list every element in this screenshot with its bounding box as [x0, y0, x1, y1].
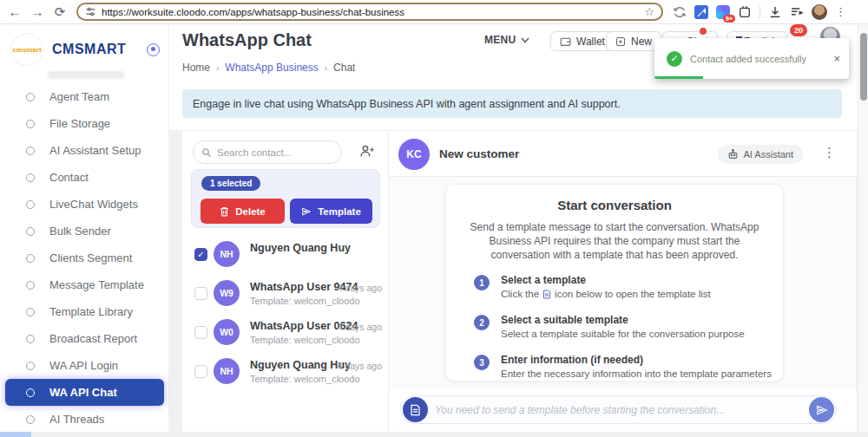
sidebar-item-contact[interactable]: Contact: [0, 164, 169, 191]
breadcrumb-whatsapp-business[interactable]: WhatsApp Business: [225, 62, 318, 74]
sidebar-item-broadcast-report[interactable]: Broadcast Report: [0, 325, 169, 352]
breadcrumb-separator: ›: [216, 63, 219, 73]
message-input-bar: [389, 389, 857, 432]
extension-icon[interactable]: [694, 5, 708, 19]
sidebar-collapse-icon[interactable]: [147, 43, 160, 56]
start-title: Start conversation: [446, 198, 783, 212]
radio-icon: [26, 254, 35, 263]
reading-list-icon[interactable]: [790, 5, 804, 19]
forward-icon[interactable]: →: [26, 3, 49, 22]
contact-row[interactable]: NH Nguyen Quang Huy 4 days ago Template:…: [182, 352, 388, 391]
reload-icon[interactable]: ⟳: [49, 3, 71, 22]
sidebar-item-agent-team[interactable]: Agent Team: [0, 83, 169, 110]
browser-profile-avatar[interactable]: [812, 4, 827, 20]
browser-menu-icon[interactable]: ⋮: [835, 5, 846, 18]
send-plane-icon: [301, 206, 312, 217]
page-horizontal-scrollbar[interactable]: [0, 432, 868, 437]
template-button[interactable]: Template: [290, 199, 372, 224]
extension-icon[interactable]: [673, 5, 687, 19]
page-vertical-scrollbar[interactable]: [858, 24, 868, 432]
wallet-icon: [560, 36, 571, 47]
contact-search[interactable]: [193, 140, 342, 164]
radio-icon: [26, 308, 35, 316]
start-description: Send a template message to start the con…: [469, 220, 760, 262]
plus-square-icon: [615, 36, 626, 47]
template-picker-button[interactable]: [403, 397, 428, 422]
contact-row[interactable]: W9 WhatsApp User 9474 4 days ago Templat…: [182, 274, 388, 313]
send-button[interactable]: [809, 397, 834, 422]
radio-icon: [26, 147, 35, 155]
toolbar-divider: [760, 6, 760, 18]
browser-extensions: 9+ ⋮: [673, 4, 846, 20]
breadcrumb-separator: ›: [325, 63, 327, 73]
customer-name: New customer: [439, 147, 519, 160]
url-bar[interactable]: https://worksuite.cloodo.com/apps/whatsa…: [76, 3, 663, 21]
message-input[interactable]: [435, 404, 809, 416]
step-1: 1 Select a template Click the icon below…: [474, 274, 783, 302]
contact-row[interactable]: W0 WhatsApp User 0624 4 days ago Templat…: [182, 313, 388, 352]
extension-badge: 9+: [723, 15, 735, 23]
page-title: WhatsApp Chat: [182, 30, 312, 50]
scrollbar-thumb[interactable]: [0, 432, 31, 437]
avatar: NH: [214, 241, 240, 267]
downloads-icon[interactable]: [768, 5, 782, 19]
info-banner: Engage in live chat using WhatsApp Busin…: [182, 89, 842, 118]
start-conversation-card: Start conversation Send a template messa…: [445, 184, 784, 382]
trash-icon: [220, 206, 229, 217]
sidebar-item-wa-api-chat[interactable]: WA API Chat: [5, 379, 164, 406]
faded-menu-item: [48, 71, 124, 79]
breadcrumb-chat: Chat: [333, 62, 355, 74]
search-input[interactable]: [217, 147, 333, 158]
notification-count-badge: 20: [790, 24, 807, 36]
back-icon[interactable]: ←: [3, 3, 26, 22]
contact-checkbox[interactable]: [194, 287, 207, 300]
sidebar-item-template-library[interactable]: Template Library: [0, 298, 169, 325]
avatar: NH: [214, 358, 240, 384]
contact-checkbox[interactable]: ✓: [194, 248, 207, 261]
url-text[interactable]: https://worksuite.cloodo.com/apps/whatsa…: [102, 7, 644, 17]
step-3: 3 Enter information (if needed) Enter th…: [474, 354, 783, 382]
breadcrumb-home[interactable]: Home: [182, 62, 210, 74]
delete-button[interactable]: Delete: [201, 199, 285, 224]
scrollbar-thumb[interactable]: [860, 33, 867, 101]
sidebar-item-message-template[interactable]: Message Template: [0, 271, 169, 298]
sidebar-item-bulk-sender[interactable]: Bulk Sender: [0, 218, 169, 245]
sidebar-item-livechat-widgets[interactable]: LiveChat Widgets: [0, 191, 169, 218]
radio-icon: [26, 93, 35, 101]
site-settings-icon[interactable]: [85, 6, 96, 17]
avatar: W9: [214, 280, 240, 306]
sidebar: cmsmart CMSMART Agent Team File Storage …: [0, 24, 169, 432]
wallet-button[interactable]: Wallet: [550, 31, 615, 51]
radio-icon: [26, 200, 35, 209]
extension-icon-badged[interactable]: 9+: [716, 5, 730, 19]
bookmark-star-icon[interactable]: ☆: [644, 5, 654, 18]
chat-header: KC New customer AI Assistant ⋮: [389, 131, 857, 177]
radio-icon: [26, 227, 35, 236]
toast-progress-bar: [654, 76, 703, 79]
contact-row[interactable]: ✓ NH Nguyen Quang Huy: [182, 235, 388, 274]
sidebar-item-ai-threads[interactable]: AI Threads: [0, 406, 169, 433]
toast-close-icon[interactable]: ×: [833, 52, 840, 65]
chat-panel: KC New customer AI Assistant ⋮ Start con…: [388, 130, 856, 432]
template-doc-icon: [542, 290, 551, 299]
sidebar-item-clients-segment[interactable]: Clients Segment: [0, 245, 169, 271]
menu-dropdown[interactable]: MENU: [484, 34, 529, 46]
browser-toolbar: ← → ⟳ https://worksuite.cloodo.com/apps/…: [0, 0, 868, 24]
extension-icon[interactable]: [738, 5, 752, 19]
new-button[interactable]: New: [606, 31, 661, 51]
add-contact-icon[interactable]: [359, 144, 375, 158]
brand-row: cmsmart CMSMART: [0, 24, 168, 66]
radio-icon: [26, 415, 35, 424]
sidebar-item-ai-assistant-setup[interactable]: AI Assistant Setup: [0, 137, 169, 164]
toast-message: Contact added successfully: [690, 54, 833, 64]
contact-checkbox[interactable]: [194, 326, 207, 339]
contact-checkbox[interactable]: [194, 365, 207, 378]
ai-assistant-toggle[interactable]: AI Assistant: [718, 145, 803, 164]
chat-options-icon[interactable]: ⋮: [823, 145, 836, 160]
sidebar-item-wa-api-login[interactable]: WA API Login: [0, 352, 169, 379]
sidebar-item-file-storage[interactable]: File Storage: [0, 110, 169, 137]
radio-icon: [26, 173, 35, 182]
toast-notification: ✓ Contact added successfully ×: [654, 38, 849, 79]
send-plane-icon: [816, 404, 828, 416]
selected-count-badge: 1 selected: [201, 176, 260, 191]
